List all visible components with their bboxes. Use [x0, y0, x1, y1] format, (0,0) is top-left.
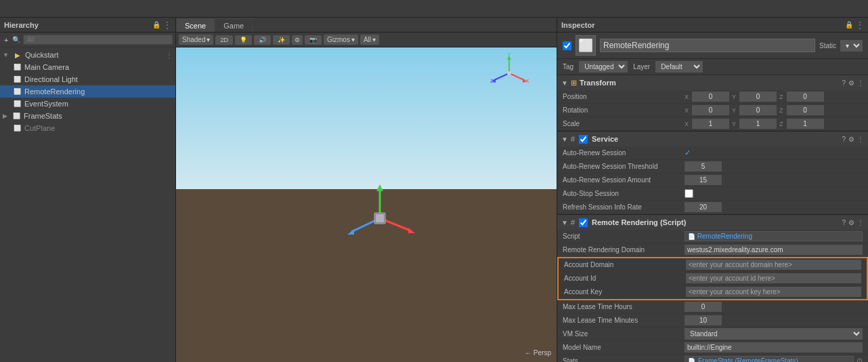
refresh-rate-label: Refresh Session Info Rate — [563, 203, 685, 211]
vm-size-label: VM Size — [563, 330, 685, 338]
service-active-checkbox[interactable] — [579, 135, 588, 144]
position-z[interactable] — [787, 92, 824, 102]
transform-header[interactable]: ▼ ⊞ Transform ? ⚙ ⋮ — [557, 75, 868, 90]
svg-text:X: X — [525, 78, 529, 84]
position-x[interactable] — [692, 92, 729, 102]
help-icon[interactable]: ? — [842, 79, 846, 87]
scene-canvas[interactable]: Y X Z — [176, 47, 557, 362]
tab-scene[interactable]: Scene — [176, 18, 215, 32]
cube-icon: ⬜ — [578, 38, 593, 53]
service-header[interactable]: ▼ # Service ? ⚙ ⋮ — [557, 132, 868, 146]
remote-rendering-header[interactable]: ▼ # Remote Rendering (Script) ? ⚙ ⋮ — [557, 215, 868, 230]
account-id-label: Account Id — [564, 275, 686, 282]
settings-icon[interactable]: ⚙ — [848, 219, 854, 226]
prop-scale: Scale X Y Z — [557, 117, 868, 131]
tree-item-quickstart[interactable]: ▼ ▶ Quickstart ⋮ — [0, 49, 175, 61]
scale-z[interactable] — [787, 119, 824, 129]
gizmos-label: Gizmos — [327, 36, 350, 43]
refresh-rate-field[interactable] — [685, 202, 722, 212]
max-lease-minutes-field[interactable] — [685, 315, 722, 325]
scale-value: X Y Z — [685, 119, 863, 129]
orientation-gizmo[interactable]: Y X Z — [489, 53, 529, 94]
z-label: Z — [779, 94, 783, 100]
refresh-rate-value — [685, 202, 863, 212]
shading-dropdown[interactable]: Shaded ▾ — [179, 35, 213, 45]
2d-button[interactable]: 2D — [215, 35, 233, 45]
tree-item-cut-plane[interactable]: ⬜ CutPlane — [0, 122, 175, 134]
persp-label[interactable]: ← Persp — [525, 349, 551, 357]
gizmos-dropdown[interactable]: Gizmos ▾ — [324, 35, 358, 45]
account-id-value — [686, 273, 861, 283]
tree-item-remote-rendering[interactable]: ⬜ RemoteRendering — [0, 85, 175, 98]
more-icon[interactable]: ⋮ — [166, 52, 173, 59]
tree-item-main-camera[interactable]: ⬜ Main Camera — [0, 61, 175, 73]
max-lease-hours-field[interactable] — [685, 302, 722, 312]
tree-item-frame-stats[interactable]: ▶ ⬜ FrameStats — [0, 110, 175, 122]
target-icon[interactable]: ⊙ — [856, 357, 863, 362]
tree-item-event-system[interactable]: ⬜ EventSystem — [0, 98, 175, 110]
hierarchy-tree: ▼ ▶ Quickstart ⋮ ⬜ Main Camera ⬜ Directi… — [0, 47, 175, 362]
fx-icon-btn[interactable]: ✨ — [273, 35, 290, 45]
scale-label: Scale — [563, 120, 685, 127]
account-key-field[interactable] — [686, 287, 861, 297]
amount-field[interactable] — [685, 175, 722, 185]
vm-size-dropdown[interactable]: Standard Premium — [685, 328, 863, 340]
rotation-y[interactable] — [739, 105, 777, 115]
help-icon[interactable]: ? — [842, 219, 846, 226]
camera-icon-btn[interactable]: 📷 — [305, 35, 322, 45]
auto-stop-checkbox[interactable] — [685, 189, 693, 198]
add-object-button[interactable]: + — [3, 36, 9, 44]
audio-icon-btn[interactable]: 🔊 — [254, 35, 271, 45]
viewport-area: Scene Game Shaded ▾ 2D 💡 🔊 ✨ ⚙ 📷 Gizmos … — [176, 18, 557, 362]
viewport-toolbar: Shaded ▾ 2D 💡 🔊 ✨ ⚙ 📷 Gizmos ▾ All ▾ — [176, 33, 557, 47]
settings-icon[interactable]: ⚙ — [848, 79, 854, 87]
more-icon[interactable]: ⋮ — [857, 219, 864, 226]
svg-point-6 — [507, 71, 511, 75]
max-lease-minutes-label: Max Lease Time Minutes — [563, 317, 685, 324]
account-domain-field[interactable] — [686, 260, 861, 270]
tab-game[interactable]: Game — [215, 18, 253, 32]
rr-domain-field[interactable] — [685, 245, 863, 255]
settings-icon[interactable]: ⚙ — [848, 136, 854, 143]
threshold-value — [685, 161, 863, 172]
rotation-x[interactable] — [692, 105, 729, 115]
rotation-z[interactable] — [787, 105, 824, 115]
model-name-field[interactable] — [685, 342, 863, 353]
help-icon[interactable]: ? — [842, 136, 846, 143]
more-icon[interactable]: ⋮ — [856, 20, 864, 30]
object-name-field[interactable] — [600, 39, 815, 52]
light-icon-btn[interactable]: 💡 — [235, 35, 252, 45]
scale-y[interactable] — [739, 119, 777, 129]
stats-name: FrameStats (RemoteFrameStats) — [698, 357, 798, 362]
tree-item-label: Main Camera — [24, 63, 69, 71]
shading-label: Shaded — [182, 36, 205, 43]
rr-active-checkbox[interactable] — [579, 218, 588, 227]
scale-x[interactable] — [692, 119, 729, 129]
threshold-label: Auto-Renew Session Threshold — [563, 163, 685, 170]
prop-auto-renew-session: Auto-Renew Session ✓ — [557, 146, 868, 160]
prop-auto-renew-amount: Auto-Renew Session Amount — [557, 174, 868, 187]
script-ref[interactable]: 📄 RemoteRendering — [685, 231, 863, 241]
hierarchy-search[interactable] — [23, 35, 173, 45]
static-dropdown[interactable]: ▾ — [840, 40, 863, 52]
active-checkbox[interactable] — [563, 41, 571, 50]
all-dropdown[interactable]: All ▾ — [360, 35, 379, 45]
account-id-field[interactable] — [686, 273, 861, 283]
stats-ref[interactable]: 📄 FrameStats (RemoteFrameStats) — [685, 356, 854, 362]
service-title: Service — [592, 135, 839, 143]
more-icon[interactable]: ⋮ — [857, 136, 864, 143]
account-key-label: Account Key — [564, 288, 686, 296]
transform-gizmo[interactable] — [339, 178, 393, 232]
layer-dropdown[interactable]: Default — [655, 61, 703, 73]
grid-icon-btn[interactable]: ⚙ — [292, 35, 303, 45]
tree-item-directional-light[interactable]: ⬜ Directional Light — [0, 73, 175, 85]
position-y[interactable] — [739, 92, 777, 102]
threshold-field[interactable] — [685, 161, 722, 172]
more-icon[interactable]: ⋮ — [857, 79, 864, 87]
tag-dropdown[interactable]: Untagged — [579, 61, 628, 73]
model-name-label: Model Name — [563, 344, 685, 351]
prop-model-name: Model Name — [557, 341, 868, 355]
more-icon[interactable]: ⋮ — [163, 20, 171, 30]
auto-renew-value: ✓ — [685, 148, 863, 157]
arrow-down-icon: ▼ — [3, 52, 9, 58]
